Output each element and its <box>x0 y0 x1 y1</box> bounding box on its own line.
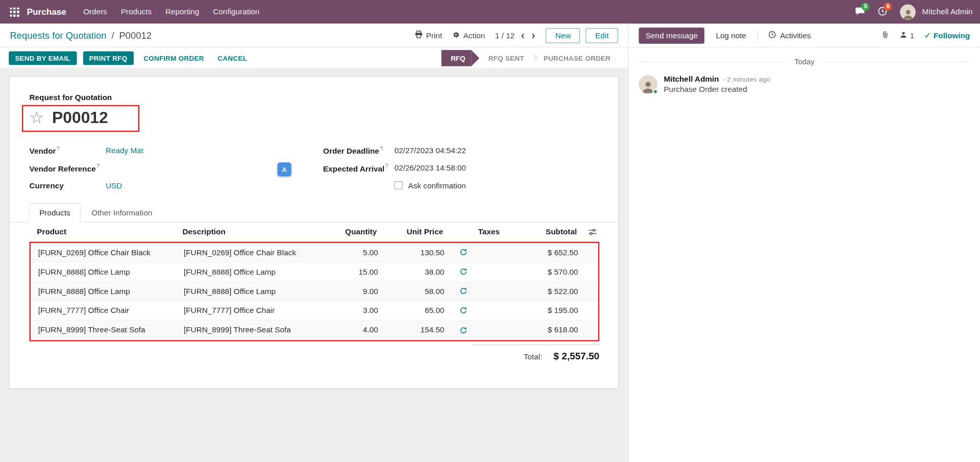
cancel-button[interactable]: CANCEL <box>214 51 251 65</box>
pager-previous-icon[interactable]: ‹ <box>520 30 525 41</box>
control-panel: Requests for Quotation / P00012 Print <box>0 24 628 48</box>
product-cell: [FURN_8888] Office Lamp <box>31 287 176 296</box>
status-step-rfq[interactable]: RFQ <box>442 50 472 66</box>
currency-label: Currency <box>30 181 106 190</box>
activities-count-badge: 8 <box>884 3 892 11</box>
order-line-row[interactable]: [FURN_0269] Office Chair Black [FURN_026… <box>31 243 598 262</box>
message-avatar[interactable] <box>639 75 657 94</box>
form-sheet: Request for Quotation ☆ P00012 Vendor? R… <box>9 76 619 388</box>
total-value: $ 2,557.50 <box>554 350 600 361</box>
message-timestamp: - 2 minutes ago <box>723 76 770 83</box>
order-line-row[interactable]: [FURN_8888] Office Lamp [FURN_8888] Offi… <box>31 282 598 301</box>
header-quantity: Quantity <box>308 222 384 241</box>
subtotal-cell: $ 652.50 <box>512 248 585 257</box>
print-button[interactable]: Print <box>414 30 442 41</box>
nav-item-reporting[interactable]: Reporting <box>159 0 206 24</box>
send-message-button[interactable]: Send message <box>639 27 704 43</box>
price-refresh-icon[interactable] <box>459 287 468 295</box>
new-button[interactable]: New <box>546 28 580 42</box>
price-refresh-icon[interactable] <box>459 306 468 314</box>
ask-confirmation-checkbox[interactable] <box>395 181 403 189</box>
pager-next-icon[interactable]: › <box>531 30 536 41</box>
currency-value-link[interactable]: USD <box>106 181 122 190</box>
activities-tray-button[interactable]: 8 <box>873 0 893 24</box>
attach-files-button[interactable] <box>881 30 889 40</box>
fields-column-right: Order Deadline? 02/27/2023 04:54:22 Expe… <box>323 141 599 194</box>
pager-value[interactable]: 1 / 12 <box>495 31 514 40</box>
messages-tray-button[interactable]: 5 <box>850 0 870 24</box>
following-button[interactable]: ✓ Following <box>924 31 970 40</box>
activities-label: Activities <box>780 31 811 40</box>
price-refresh-icon[interactable] <box>459 248 468 256</box>
tab-products[interactable]: Products <box>29 203 81 222</box>
help-marker: ? <box>57 145 60 152</box>
nav-item-products[interactable]: Products <box>114 0 158 24</box>
followers-button[interactable]: 1 <box>899 30 914 40</box>
order-lines-header: Product Description Quantity Unit Price … <box>30 222 600 241</box>
message-content: Mitchell Admin - 2 minutes ago Purchase … <box>664 75 770 94</box>
app-brand-purchase[interactable]: Purchase <box>27 7 66 17</box>
price-refresh-icon[interactable] <box>459 268 468 276</box>
optional-columns-button[interactable] <box>584 227 599 236</box>
statusbar: SEND BY EMAIL PRINT RFQ CONFIRM ORDER CA… <box>0 47 628 69</box>
apps-menu-button[interactable] <box>6 4 22 20</box>
confirm-order-button[interactable]: CONFIRM ORDER <box>140 51 208 65</box>
ask-confirmation-field-row: Ask confirmation <box>323 177 599 194</box>
translate-icon[interactable]: A <box>278 162 291 176</box>
main-panel: Requests for Quotation / P00012 Print <box>0 24 629 462</box>
order-line-row[interactable]: [FURN_8999] Three-Seat Sofa [FURN_8999] … <box>31 321 598 340</box>
status-step-purchase-order[interactable]: PURCHASE ORDER <box>536 54 618 62</box>
status-step-rfq-sent[interactable]: RFQ SENT <box>481 54 531 62</box>
nav-item-configuration[interactable]: Configuration <box>206 0 266 24</box>
message-author[interactable]: Mitchell Admin <box>664 75 719 84</box>
edit-button[interactable]: Edit <box>586 28 618 42</box>
vendor-field-row: Vendor? Ready Mat <box>30 141 324 159</box>
chatter-message: Mitchell Admin - 2 minutes ago Purchase … <box>629 67 980 101</box>
nav-item-orders[interactable]: Orders <box>76 0 114 24</box>
order-line-row[interactable]: [FURN_8888] Office Lamp [FURN_8888] Offi… <box>31 262 598 282</box>
schedule-activity-button[interactable]: Activities <box>768 30 811 40</box>
paperclip-icon <box>881 30 889 40</box>
gear-icon <box>452 30 460 40</box>
currency-field-row: Currency USD <box>30 177 324 194</box>
notebook-tabs: Products Other Information <box>9 203 618 222</box>
page-scale-wrapper: Purchase Orders Products Reporting Confi… <box>0 0 980 462</box>
description-cell: [FURN_7777] Office Chair <box>176 306 309 315</box>
product-cell: [FURN_0269] Office Chair Black <box>31 248 176 257</box>
subtotal-cell: $ 570.00 <box>512 268 585 276</box>
unit-price-cell: 65.00 <box>386 306 452 315</box>
log-note-button[interactable]: Log note <box>716 31 747 40</box>
vendor-value-link[interactable]: Ready Mat <box>106 146 143 155</box>
day-label: Today <box>794 58 814 66</box>
online-presence-dot <box>652 89 658 94</box>
day-separator: Today <box>639 58 970 66</box>
chatter-panel: Send message Log note Activities <box>629 24 980 462</box>
expected-arrival-value: 02/26/2023 14:58:00 <box>395 163 466 172</box>
user-menu[interactable]: Mitchell Admin <box>922 8 973 16</box>
price-refresh-icon[interactable] <box>459 326 468 334</box>
user-avatar[interactable] <box>900 4 916 20</box>
taxes-cell <box>452 268 512 276</box>
action-button[interactable]: Action <box>452 30 485 40</box>
order-lines-highlight-box: [FURN_0269] Office Chair Black [FURN_026… <box>30 241 600 341</box>
totals-area: Total: $ 2,557.50 <box>30 344 600 361</box>
message-body: Purchase Order created <box>664 85 770 94</box>
favorite-star-icon[interactable]: ☆ <box>30 110 44 126</box>
statusbar-buttons: SEND BY EMAIL PRINT RFQ CONFIRM ORDER CA… <box>9 51 251 65</box>
unit-price-cell: 38.00 <box>386 268 452 276</box>
send-by-email-button[interactable]: SEND BY EMAIL <box>9 51 77 65</box>
breadcrumb-parent-link[interactable]: Requests for Quotation <box>10 30 107 41</box>
order-deadline-label: Order Deadline? <box>323 145 395 156</box>
header-description: Description <box>175 222 308 241</box>
printer-icon <box>414 30 423 41</box>
help-marker: ? <box>385 163 388 169</box>
messages-count-badge: 5 <box>862 3 870 11</box>
following-label: Following <box>934 31 970 40</box>
order-line-row[interactable]: [FURN_7777] Office Chair [FURN_7777] Off… <box>31 301 598 321</box>
breadcrumb-current: P00012 <box>119 30 152 41</box>
header-unit-price: Unit Price <box>384 222 451 241</box>
print-rfq-button[interactable]: PRINT RFQ <box>83 51 133 65</box>
quantity-cell: 4.00 <box>309 326 385 334</box>
following-check-icon: ✓ <box>924 31 931 40</box>
tab-other-information[interactable]: Other Information <box>81 203 163 222</box>
